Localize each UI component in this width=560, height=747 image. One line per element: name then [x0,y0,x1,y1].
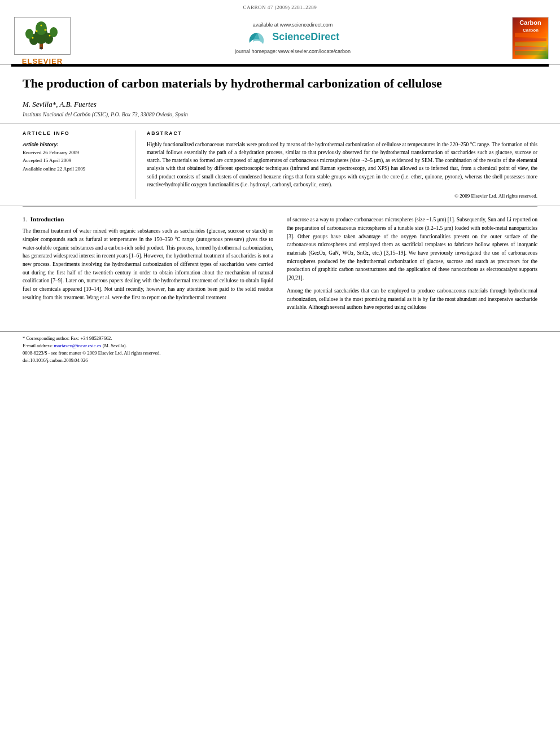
available-text: available at www.sciencedirect.com [85,22,501,28]
abstract-section: ABSTRACT Highly functionalized carbonace… [147,130,537,199]
elsevier-tree-box [14,17,71,55]
abstract-copyright: © 2009 Elsevier Ltd. All rights reserved… [147,193,537,199]
page-footer: * Corresponding author: Fax: +34 9852976… [0,331,560,368]
svg-rect-15 [515,33,546,37]
journal-citation: CARBON 47 (2009) 2281–2289 [243,5,317,10]
intro-paragraph-3: Among the potential saccharides that can… [287,287,537,312]
doi-footer: doi:10.1016/j.carbon.2009.04.026 [23,357,537,364]
history-label: Article history: [23,141,126,148]
journal-header: CARBON 47 (2009) 2281–2289 [0,0,560,12]
svg-point-12 [49,35,51,37]
section1-body-right: of sucrose as a way to produce carbonace… [287,216,537,312]
email-label: E-mail address: [23,343,53,348]
svg-rect-16 [515,38,546,41]
authors-text: M. Sevilla*, A.B. Fuertes [23,100,97,108]
right-column: of sucrose as a way to produce carbonace… [287,216,537,316]
email-note: E-mail address: martasev@incar.csic.es (… [23,342,537,350]
svg-point-11 [32,37,34,39]
corresponding-author-text: * Corresponding author: Fax: +34 9852976… [23,335,112,341]
svg-rect-17 [515,42,546,46]
svg-point-10 [45,29,46,31]
available-online: Available online 22 April 2009 [23,165,126,173]
svg-point-6 [36,21,47,35]
received-date: Received 26 February 2009 [23,148,126,156]
article-info: ARTICLE INFO Article history: Received 2… [23,130,135,199]
svg-rect-19 [515,51,546,55]
elsevier-tree-svg [17,20,68,51]
sciencedirect-logo: ScienceDirect [246,31,340,46]
cover-image-svg: Carbon [514,26,548,57]
paper-title-section: The production of carbon materials by hy… [0,67,560,124]
logo-banner: ELSEVIER available at www.sciencedirect.… [0,12,560,64]
svg-rect-18 [515,47,546,50]
abstract-text: Highly functionalized carbonaceous mater… [147,141,537,189]
intro-paragraph-1: The thermal treatment of water mixed wit… [23,227,273,302]
section1-body-left: The thermal treatment of water mixed wit… [23,227,273,302]
authors: M. Sevilla*, A.B. Fuertes [23,100,537,109]
svg-point-5 [50,27,58,37]
email-link[interactable]: martasev@incar.csic.es [54,343,101,348]
article-info-heading: ARTICLE INFO [23,130,126,136]
paper-title: The production of carbon materials by hy… [23,76,537,92]
journal-homepage: journal homepage: www.elsevier.com/locat… [85,49,501,54]
sd-leaf-icon [246,32,269,45]
carbon-cover-title: Carbon [519,19,541,26]
copyright-footer: 0008-6223/$ - see front matter © 2009 El… [23,350,537,357]
page: CARBON 47 (2009) 2281–2289 [0,0,560,747]
sciencedirect-text: ScienceDirect [272,31,339,42]
svg-text:Carbon: Carbon [523,28,539,33]
accepted-date: Accepted 15 April 2009 [23,156,126,164]
carbon-cover: Carbon Carbon [512,17,549,59]
section1-title: Introduction [30,216,64,222]
section1-heading: 1. Introduction [23,216,273,222]
svg-point-13 [41,25,42,27]
section1-number: 1. [23,216,27,222]
svg-point-9 [36,30,38,32]
email-name: (M. Sevilla). [103,343,127,348]
left-column: 1. Introduction The thermal treatment of… [23,216,273,316]
main-content: 1. Introduction The thermal treatment of… [0,207,560,325]
abstract-heading: ABSTRACT [147,130,537,136]
svg-point-7 [40,47,42,49]
corresponding-author-note: * Corresponding author: Fax: +34 9852976… [23,335,537,342]
affiliation: Instituto Nacional del Carbón (CSIC), P.… [23,111,537,117]
sciencedirect-center: available at www.sciencedirect.com Scien… [73,22,512,55]
elsevier-text: ELSEVIER [22,57,63,65]
article-info-abstract-section: ARTICLE INFO Article history: Received 2… [0,124,560,207]
intro-paragraph-2: of sucrose as a way to produce carbonace… [287,216,537,282]
elsevier-logo: ELSEVIER [11,17,73,59]
